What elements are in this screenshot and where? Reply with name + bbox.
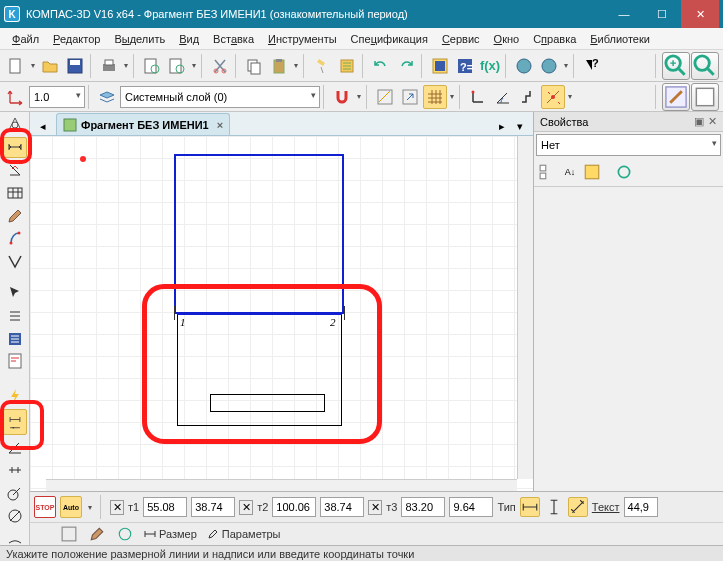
- diameter-dim-icon[interactable]: [3, 505, 27, 526]
- coords-icon[interactable]: [4, 85, 28, 109]
- lock-t3[interactable]: ✕: [368, 500, 382, 515]
- undo-button[interactable]: [369, 54, 393, 78]
- t1-y-field[interactable]: 38.74: [191, 497, 235, 517]
- print-dropdown[interactable]: ▾: [122, 61, 130, 70]
- text-label[interactable]: Текст: [592, 501, 620, 513]
- select-tool-icon[interactable]: [3, 283, 27, 304]
- panel-pin-icon[interactable]: ▣: [694, 115, 704, 128]
- bottom-tool1-icon[interactable]: [60, 525, 78, 543]
- edit-tool-icon[interactable]: [3, 205, 27, 226]
- save-button[interactable]: [63, 54, 87, 78]
- scale-combo[interactable]: 1.0: [29, 86, 85, 108]
- angle-icon[interactable]: [491, 85, 515, 109]
- tab-size[interactable]: Размер: [144, 528, 197, 540]
- globe2-button[interactable]: [537, 54, 561, 78]
- menu-select[interactable]: Выделить: [108, 31, 171, 47]
- menu-window[interactable]: Окно: [488, 31, 526, 47]
- props-refresh-icon[interactable]: [614, 162, 634, 182]
- auto-button[interactable]: Auto: [60, 496, 82, 518]
- t2-y-field[interactable]: 38.74: [320, 497, 364, 517]
- copy-button[interactable]: [242, 54, 266, 78]
- menu-tools[interactable]: Инструменты: [262, 31, 343, 47]
- lock-t1[interactable]: ✕: [110, 500, 124, 515]
- lock-t2[interactable]: ✕: [239, 500, 253, 515]
- bottom-tool3-icon[interactable]: [116, 525, 134, 543]
- chain-dim-icon[interactable]: [3, 460, 27, 481]
- scrollbar-vertical[interactable]: [517, 136, 533, 479]
- t3-y-field[interactable]: 9.64: [449, 497, 493, 517]
- props-settings-icon[interactable]: [582, 162, 602, 182]
- measure-icon[interactable]: [3, 251, 27, 272]
- document-tab[interactable]: Фрагмент БЕЗ ИМЕНИ1 ×: [56, 113, 230, 135]
- linear-dim-button[interactable]: [3, 409, 27, 435]
- grid-edit-icon[interactable]: [373, 85, 397, 109]
- radius-dim-icon[interactable]: [3, 482, 27, 503]
- globe-button[interactable]: [512, 54, 536, 78]
- preview2-button[interactable]: [165, 54, 189, 78]
- layers-icon[interactable]: [95, 85, 119, 109]
- menu-file[interactable]: Файл: [6, 31, 45, 47]
- symbols-icon[interactable]: [3, 160, 27, 181]
- ortho-icon[interactable]: [466, 85, 490, 109]
- spec-icon[interactable]: [3, 328, 27, 349]
- open-button[interactable]: [38, 54, 62, 78]
- dimension-icon[interactable]: [3, 137, 27, 158]
- print-button[interactable]: [97, 54, 121, 78]
- grid-arrow-icon[interactable]: [398, 85, 422, 109]
- cut-button[interactable]: [208, 54, 232, 78]
- fx-button[interactable]: f(x): [478, 54, 502, 78]
- redo-button[interactable]: [394, 54, 418, 78]
- stop-button[interactable]: STOP: [34, 496, 56, 518]
- rect-small[interactable]: [210, 394, 325, 412]
- type-vert-icon[interactable]: [544, 497, 564, 517]
- parametric-icon[interactable]: [3, 228, 27, 249]
- sort-cat-icon[interactable]: [538, 162, 558, 182]
- filter-combo[interactable]: Нет: [536, 134, 721, 156]
- snap-magnet-icon[interactable]: [330, 85, 354, 109]
- edit-sketch-button[interactable]: [662, 83, 690, 111]
- properties-button[interactable]: [335, 54, 359, 78]
- grid-toggle-button[interactable]: [423, 85, 447, 109]
- menu-view[interactable]: Вид: [173, 31, 205, 47]
- minimize-button[interactable]: —: [605, 0, 643, 28]
- list-icon[interactable]: [3, 305, 27, 326]
- help-eq-button[interactable]: ?=: [453, 54, 477, 78]
- menu-help[interactable]: Справка: [527, 31, 582, 47]
- zoom-in-button[interactable]: [662, 52, 690, 80]
- format-painter-button[interactable]: [310, 54, 334, 78]
- t3-x-field[interactable]: 83.20: [401, 497, 445, 517]
- maximize-button[interactable]: ☐: [643, 0, 681, 28]
- menu-service[interactable]: Сервис: [436, 31, 486, 47]
- panel-close-button[interactable]: ✕: [708, 115, 717, 128]
- paste-button[interactable]: [267, 54, 291, 78]
- tab-close-button[interactable]: ×: [217, 119, 223, 131]
- sort-az-icon[interactable]: A↓: [560, 162, 580, 182]
- new-doc-button[interactable]: [4, 54, 28, 78]
- tab-nav-right[interactable]: ▸: [493, 117, 511, 135]
- menu-insert[interactable]: Вставка: [207, 31, 260, 47]
- geometry-icon[interactable]: [3, 114, 27, 135]
- angular-dim-icon[interactable]: [3, 437, 27, 458]
- close-button[interactable]: ✕: [681, 0, 719, 28]
- type-parallel-icon[interactable]: [568, 497, 588, 517]
- menu-edit[interactable]: Редактор: [47, 31, 106, 47]
- preview-button[interactable]: [140, 54, 164, 78]
- bottom-tool2-icon[interactable]: [88, 525, 106, 543]
- whatsthis-button[interactable]: ?: [580, 54, 604, 78]
- variables-icon[interactable]: [428, 54, 452, 78]
- report-icon[interactable]: [3, 351, 27, 372]
- tab-params[interactable]: Параметры: [207, 528, 281, 540]
- new-dropdown[interactable]: ▾: [29, 61, 37, 70]
- properties-panel-button[interactable]: [691, 83, 719, 111]
- menu-spec[interactable]: Спецификация: [345, 31, 434, 47]
- text-field[interactable]: 44,9: [624, 497, 658, 517]
- bolt-icon[interactable]: [3, 386, 27, 407]
- type-horiz-icon[interactable]: [520, 497, 540, 517]
- t2-x-field[interactable]: 100.06: [272, 497, 316, 517]
- step-icon[interactable]: [516, 85, 540, 109]
- snap-point-button[interactable]: [541, 85, 565, 109]
- zoom-fit-button[interactable]: [691, 52, 719, 80]
- tab-menu[interactable]: ▾: [511, 117, 529, 135]
- t1-x-field[interactable]: 55.08: [143, 497, 187, 517]
- menu-libs[interactable]: Библиотеки: [584, 31, 656, 47]
